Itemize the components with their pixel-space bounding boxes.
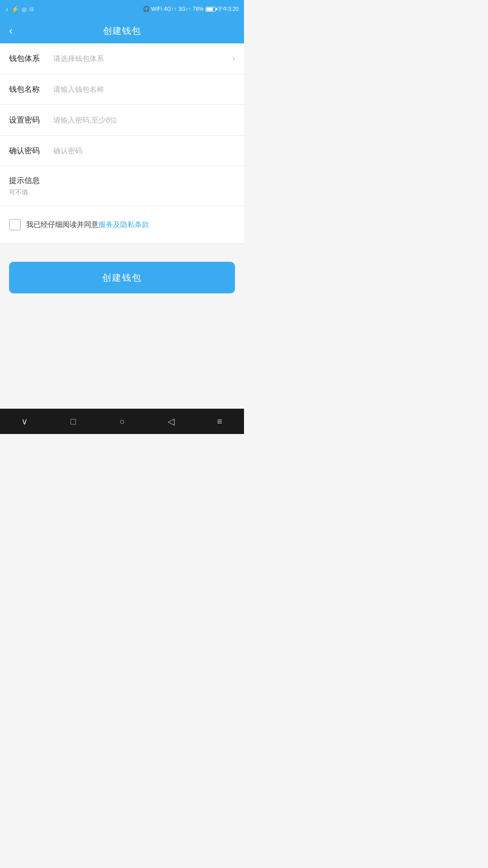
battery-icon [206, 7, 216, 12]
back-button[interactable]: ‹ [9, 25, 13, 36]
agree-text-prefix: 我已经仔细阅读并同意 [26, 220, 99, 230]
confirm-password-row: 确认密码 [0, 136, 244, 166]
battery-percent: 78% [193, 6, 204, 12]
form-content: 钱包体系 › 钱包名称 设置密码 确认密码 提示信息 可不填 我已经仔细阅读并同… [0, 43, 244, 244]
wifi-icon: WiFi [151, 6, 162, 12]
agree-row: 我已经仔细阅读并同意服务及隐私条款 [0, 206, 244, 244]
status-bar: ♪ ⚡ ◎ ⊡ 🎧 WiFi 4G↑↑ 3G↑↑ 78% 下午3:20 [0, 0, 244, 18]
nav-menu-button[interactable]: ≡ [209, 410, 230, 432]
time: 下午3:20 [217, 5, 239, 13]
headphone-icon: 🎧 [143, 6, 150, 12]
create-button-wrapper: 创建钱包 [0, 244, 244, 302]
wallet-system-label: 钱包体系 [9, 53, 50, 64]
nav-back-button[interactable]: ◁ [160, 410, 182, 432]
create-wallet-button[interactable]: 创建钱包 [9, 262, 235, 293]
status-right-info: 🎧 WiFi 4G↑↑ 3G↑↑ 78% 下午3:20 [143, 5, 239, 13]
wallet-name-row: 钱包名称 [0, 74, 244, 105]
wallet-system-input[interactable] [50, 55, 229, 63]
password-row: 设置密码 [0, 105, 244, 136]
signal-3g: 3G↑↑ [178, 6, 191, 12]
page-title: 创建钱包 [103, 25, 141, 37]
snapchat-icon: ⚡ [11, 5, 19, 13]
bottom-nav-bar: ∨ □ ○ ◁ ≡ [0, 409, 244, 434]
nav-home-button[interactable]: ○ [111, 410, 133, 432]
app-header: ‹ 创建钱包 [0, 18, 244, 43]
confirm-password-input[interactable] [50, 147, 235, 155]
wechat-icon: ◎ [22, 6, 27, 13]
status-left-icons: ♪ ⚡ ◎ ⊡ [5, 5, 33, 13]
wallet-name-input[interactable] [50, 85, 235, 94]
screen-icon: ⊡ [29, 6, 33, 12]
nav-down-button[interactable]: ∨ [14, 410, 35, 432]
chevron-right-icon: › [232, 54, 235, 63]
agree-checkbox[interactable] [9, 219, 21, 231]
password-input[interactable] [50, 116, 235, 124]
nav-square-button[interactable]: □ [62, 410, 84, 432]
wallet-name-label: 钱包名称 [9, 84, 50, 94]
hint-row: 提示信息 可不填 [0, 166, 244, 206]
hint-sublabel: 可不填 [9, 189, 235, 197]
confirm-password-label: 确认密码 [9, 146, 50, 156]
password-label: 设置密码 [9, 115, 50, 125]
hint-label: 提示信息 [9, 175, 235, 186]
terms-link[interactable]: 服务及隐私条款 [99, 220, 149, 230]
music-icon: ♪ [5, 6, 9, 13]
wallet-system-row[interactable]: 钱包体系 › [0, 43, 244, 74]
signal-4g: 4G↑↑ [164, 6, 177, 12]
